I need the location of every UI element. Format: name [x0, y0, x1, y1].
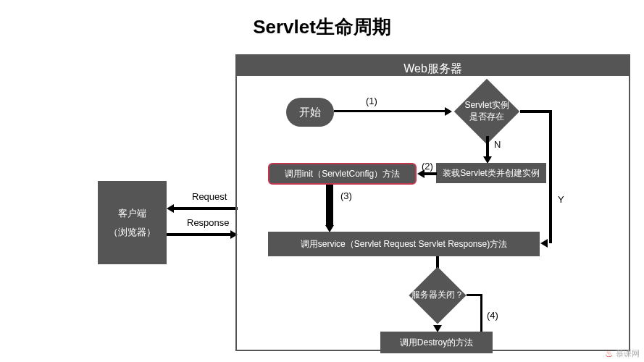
arrowY-v	[549, 110, 552, 243]
arrow3-line	[326, 185, 333, 227]
start-node: 开始	[286, 98, 334, 127]
no-label: N	[494, 139, 501, 150]
response-arrow-line	[167, 233, 230, 236]
arrow2-head	[417, 169, 425, 178]
request-label: Request	[192, 191, 227, 202]
init-node: 调用init（ServletConfig）方法	[268, 163, 417, 185]
yes-label: Y	[558, 194, 564, 205]
step1-label: (1)	[366, 96, 377, 106]
exists-l1: Servlet实例	[464, 100, 509, 110]
server-header: Web服务器	[237, 56, 629, 76]
diagram-title: Servlet生命周期	[0, 14, 644, 40]
request-arrow-line	[174, 207, 238, 210]
destroy-node: 调用Destroy的方法	[380, 332, 493, 353]
exists-l2: 是否存在	[469, 111, 504, 122]
client-label-1: 客户端	[118, 204, 146, 223]
client-box: 客户端 （浏览器）	[98, 181, 167, 264]
watermark: ♨ 慕课网	[605, 348, 640, 359]
request-arrow-head	[167, 204, 174, 213]
shutdown-label: 服务器关闭？	[411, 290, 464, 301]
arrowN-line	[486, 136, 489, 158]
step4-label: (4)	[487, 310, 498, 321]
arrow2-line	[424, 172, 437, 175]
load-node: 装载Servlet类并创建实例	[436, 163, 546, 183]
arrow1-head	[445, 107, 452, 116]
arrowY-head	[540, 239, 548, 248]
flame-icon: ♨	[605, 348, 614, 359]
response-label: Response	[187, 217, 230, 228]
watermark-text: 慕课网	[616, 348, 640, 359]
service-node: 调用service（Servlet Request Servlet Respon…	[268, 232, 540, 256]
arrowY-h1	[520, 110, 552, 113]
client-label-2: （浏览器）	[109, 223, 156, 242]
step3-label: (3)	[340, 190, 352, 201]
arrow1-line	[334, 110, 446, 112]
